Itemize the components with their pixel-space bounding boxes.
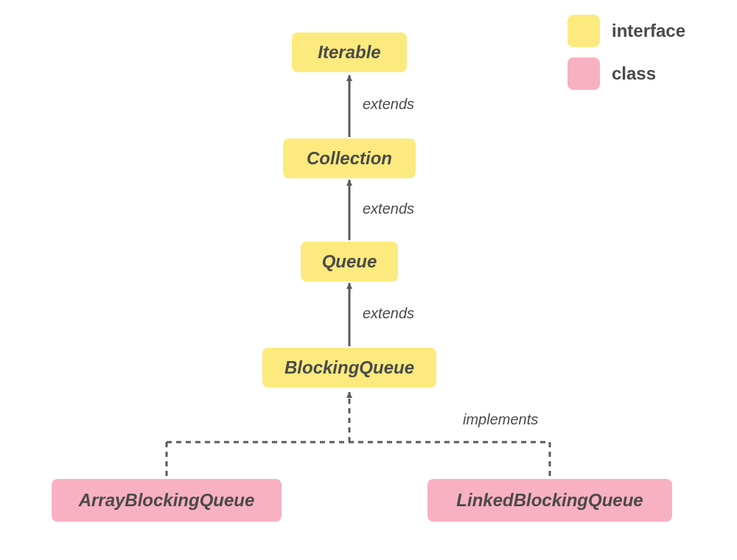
- node-blockingqueue: BlockingQueue: [262, 348, 436, 388]
- legend-swatch-class: [567, 57, 600, 90]
- legend-row-class: class: [567, 57, 715, 90]
- legend-label-class: class: [612, 63, 656, 84]
- node-iterable-label: Iterable: [318, 42, 380, 63]
- node-iterable: Iterable: [292, 32, 407, 72]
- node-queue: Queue: [301, 242, 398, 281]
- edge-label-implements: implements: [463, 411, 538, 428]
- legend: interface class: [567, 15, 715, 100]
- node-linkedblockingqueue: LinkedBlockingQueue: [427, 479, 672, 522]
- node-queue-label: Queue: [322, 251, 377, 272]
- node-arrayblockingqueue-label: ArrayBlockingQueue: [79, 490, 255, 511]
- edge-label-collection-iterable: extends: [363, 96, 414, 113]
- legend-swatch-interface: [567, 15, 600, 47]
- edge-label-blockingqueue-queue: extends: [363, 305, 414, 322]
- legend-label-interface: interface: [612, 21, 685, 41]
- node-linkedblockingqueue-label: LinkedBlockingQueue: [456, 490, 643, 511]
- edge-label-queue-collection: extends: [363, 200, 414, 217]
- node-arrayblockingqueue: ArrayBlockingQueue: [52, 479, 282, 522]
- legend-row-interface: interface: [567, 15, 715, 47]
- node-collection-label: Collection: [307, 148, 392, 169]
- node-collection: Collection: [283, 139, 416, 178]
- node-blockingqueue-label: BlockingQueue: [284, 357, 414, 378]
